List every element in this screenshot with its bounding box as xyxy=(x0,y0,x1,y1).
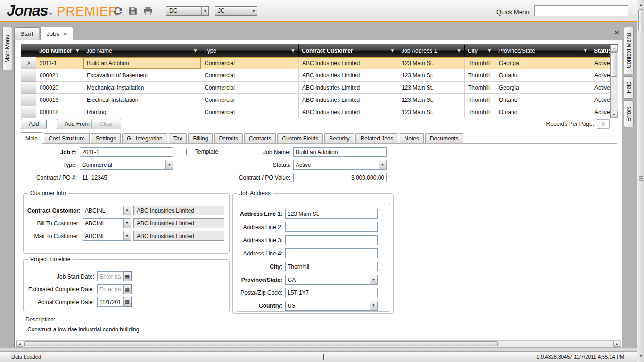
scroll-right-icon[interactable]: ► xyxy=(613,341,620,347)
grid-cell[interactable]: Commercial xyxy=(201,57,299,69)
mail-to-customer-select[interactable]: ABCINL ▼ xyxy=(83,231,131,241)
grid-cell[interactable]: Active xyxy=(591,82,610,94)
job-start-date-input[interactable] xyxy=(97,272,124,281)
scrollbar-thumb[interactable] xyxy=(638,9,643,31)
city-input[interactable] xyxy=(285,262,378,272)
column-header-job-name[interactable]: Job Name xyxy=(83,45,201,57)
chevron-down-icon[interactable]: ▼ xyxy=(250,7,257,15)
filter-icon[interactable] xyxy=(290,49,296,54)
grid-cell[interactable]: Active xyxy=(591,94,610,106)
grid-cell[interactable]: 000020 xyxy=(36,82,83,94)
chevron-down-icon[interactable]: ▼ xyxy=(370,275,377,284)
chevron-down-icon[interactable]: ▼ xyxy=(123,206,131,215)
tab-billing[interactable]: Billing xyxy=(188,133,213,143)
scroll-up-icon[interactable]: ▲ xyxy=(637,3,644,6)
table-row[interactable]: > 2011-1 Build an Addition Commercial AB… xyxy=(21,57,610,69)
sync-icon[interactable] xyxy=(112,6,124,16)
grid-vertical-scrollbar[interactable]: ▲ ▼ xyxy=(610,45,618,118)
country-select[interactable]: US ▼ xyxy=(285,301,378,311)
column-header-type[interactable]: Type xyxy=(201,45,299,57)
errors-tab[interactable]: Errors xyxy=(624,100,634,127)
grid-cell[interactable]: 000018 xyxy=(36,106,83,118)
contract-po-value-input[interactable] xyxy=(293,173,387,182)
postal-zip-code-input[interactable] xyxy=(285,288,378,297)
table-row[interactable]: 000019 Electrical Installation Commercia… xyxy=(21,94,610,106)
tab-notes[interactable]: Notes xyxy=(400,133,424,143)
module-select[interactable]: JC ▼ xyxy=(215,6,257,16)
page-close-button[interactable]: × xyxy=(613,29,620,36)
grid-cell[interactable]: 123 Main St. xyxy=(398,82,465,94)
address-line-3-input[interactable] xyxy=(285,235,378,245)
scrollbar-thumb[interactable] xyxy=(611,52,617,77)
grid-cell[interactable]: Electrical Installation xyxy=(83,94,201,106)
grid-cell[interactable]: ABC Industries Limited xyxy=(299,57,398,69)
address-line-2-input[interactable] xyxy=(285,222,378,232)
province-state-select[interactable]: GA ▼ xyxy=(285,275,378,285)
grid-cell[interactable]: Ontario xyxy=(495,94,591,106)
grid-cell[interactable]: Georgia xyxy=(495,57,591,69)
bill-to-customer-select[interactable]: ABCINL ▼ xyxy=(83,218,131,228)
job-name-input[interactable] xyxy=(293,147,387,157)
grid-cell[interactable]: Mechanical Installation xyxy=(83,82,201,94)
grid-cell[interactable]: ABC Industries Limited xyxy=(299,69,398,82)
tab-custom-fields[interactable]: Custom Fields xyxy=(277,133,323,143)
scrollbar-track[interactable] xyxy=(611,77,618,111)
tab-related-jobs[interactable]: Related Jobs xyxy=(355,133,398,143)
tab-cost-structure[interactable]: Cost Structure xyxy=(44,133,90,143)
job-number-input[interactable] xyxy=(80,147,173,157)
close-icon[interactable]: × xyxy=(64,31,67,37)
column-header-city[interactable]: City xyxy=(465,45,495,57)
grid-cell[interactable]: Thornhill xyxy=(465,57,495,69)
calendar-icon[interactable]: ▦ xyxy=(124,284,132,294)
scrollbar-thumb[interactable] xyxy=(24,341,498,346)
address-line-1-input[interactable] xyxy=(285,209,378,219)
grid-cell[interactable]: Commercial xyxy=(201,82,299,94)
row-selector[interactable] xyxy=(21,106,36,118)
grid-cell[interactable]: Active xyxy=(591,57,610,69)
window-vertical-scrollbar[interactable]: ▲ ▼ xyxy=(637,0,644,362)
filter-icon[interactable] xyxy=(390,49,395,54)
tab-start[interactable]: Start xyxy=(14,27,39,40)
grid-cell[interactable]: 2011-1 xyxy=(36,57,83,69)
quick-menu-input[interactable] xyxy=(534,5,628,16)
address-line-4-input[interactable] xyxy=(285,248,378,258)
grid-cell[interactable]: Build an Addition xyxy=(83,57,201,69)
estimated-complete-date-input[interactable] xyxy=(97,284,124,294)
chevron-down-icon[interactable]: ▼ xyxy=(201,7,208,15)
clear-button[interactable]: Clear xyxy=(91,119,121,129)
grid-cell[interactable]: 000021 xyxy=(36,69,83,82)
contract-customer-select[interactable]: ABCINL ▼ xyxy=(83,206,131,215)
chevron-down-icon[interactable]: ▼ xyxy=(123,219,131,228)
filter-icon[interactable] xyxy=(193,49,198,54)
row-selector[interactable] xyxy=(21,69,36,82)
main-menu-tab[interactable]: Main Menu xyxy=(2,27,12,70)
row-selector[interactable] xyxy=(21,82,36,94)
grid-cell[interactable]: Thornhill xyxy=(465,106,495,118)
tab-security[interactable]: Security xyxy=(324,133,354,143)
horizontal-scrollbar[interactable]: ◄ ► xyxy=(16,340,621,347)
save-icon[interactable] xyxy=(127,6,139,16)
grid-cell[interactable]: Ontario xyxy=(495,69,591,82)
contract-po-input[interactable] xyxy=(80,173,173,182)
actual-complete-date-input[interactable] xyxy=(97,297,124,307)
grid-cell[interactable]: Thornhill xyxy=(465,82,495,94)
filter-icon[interactable] xyxy=(75,49,80,54)
scroll-left-icon[interactable]: ◄ xyxy=(16,341,23,347)
grid-cell[interactable]: Active xyxy=(591,69,610,82)
column-header-job-address-1[interactable]: Job Address 1 xyxy=(398,45,465,57)
print-icon[interactable] xyxy=(142,6,154,16)
calendar-icon[interactable]: ▦ xyxy=(124,272,132,281)
status-select[interactable]: Active ▼ xyxy=(293,160,387,170)
grid-cell[interactable]: Active xyxy=(591,106,610,118)
type-select[interactable]: Commercial ▼ xyxy=(80,160,173,170)
grid-cell[interactable]: ABC Industries Limited xyxy=(299,106,398,118)
grid-cell[interactable]: Thornhill xyxy=(465,69,495,82)
chevron-down-icon[interactable]: ▼ xyxy=(165,160,173,169)
tab-tax[interactable]: Tax xyxy=(169,133,187,143)
column-header-province-state[interactable]: Province/State xyxy=(495,45,591,57)
scroll-down-icon[interactable]: ▼ xyxy=(637,354,644,358)
tab-contacts[interactable]: Contacts xyxy=(244,133,276,143)
tab-permits[interactable]: Permits xyxy=(214,133,243,143)
tab-gl-integration[interactable]: GL Integration xyxy=(122,133,167,143)
help-tab[interactable]: Help xyxy=(624,76,634,99)
